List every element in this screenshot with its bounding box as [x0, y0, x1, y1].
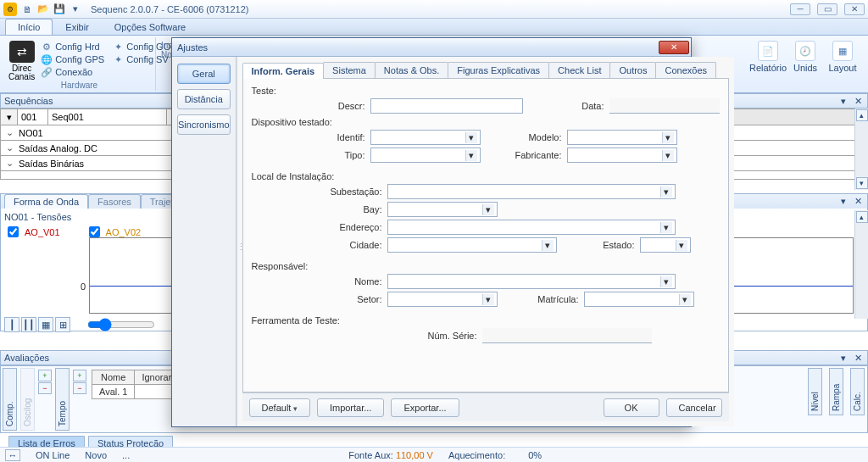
sequencias-scrollbar[interactable]: ▴ ▾	[854, 109, 868, 190]
estado-combo[interactable]: ▾	[640, 237, 691, 253]
col-nome[interactable]: Nome	[92, 370, 135, 385]
descr-input[interactable]	[370, 98, 523, 114]
tipo-combo[interactable]: ▾	[370, 148, 481, 163]
seq-num[interactable]: 001	[18, 109, 48, 125]
data-input[interactable]	[609, 98, 720, 114]
legend-ao-v01[interactable]: AO_V01	[4, 224, 60, 240]
maximize-button[interactable]: ▭	[817, 3, 837, 15]
vtab-rampa[interactable]: Rampa	[829, 368, 843, 415]
side-btn-distancia[interactable]: Distância	[177, 89, 231, 109]
ok-button[interactable]: OK	[604, 398, 659, 417]
unids-button[interactable]: 🕗Unids	[788, 39, 822, 89]
identif-combo[interactable]: ▾	[370, 130, 481, 145]
ajustes-dialog: Ajustes ✕ Geral Distância Sincronismo In…	[171, 37, 692, 427]
panel-close-icon[interactable]: ✕	[852, 352, 864, 364]
numserie-input[interactable]	[482, 328, 652, 343]
add-button[interactable]: +	[73, 370, 86, 381]
tab-forma-onda[interactable]: Forma de Onda	[4, 194, 88, 209]
dialog-titlebar[interactable]: Ajustes ✕	[172, 38, 691, 57]
minimize-button[interactable]: ─	[790, 3, 810, 15]
endereco-combo[interactable]: ▾	[387, 220, 676, 235]
cancelar-button[interactable]: Cancelar	[666, 398, 722, 417]
ribbon-tab-inicio[interactable]: Início	[5, 19, 53, 35]
chevron-down-icon: ▾	[662, 150, 674, 161]
globe-icon: 🌐	[42, 54, 52, 64]
relatorio-button[interactable]: 📄Relatório	[751, 39, 785, 89]
chevron-down-icon: ▾	[662, 132, 674, 143]
wf-btn-3[interactable]: ▦	[38, 317, 53, 332]
section-teste: Teste:	[252, 86, 720, 96]
scroll-up-icon[interactable]: ▴	[856, 211, 868, 223]
side-btn-sincronismo[interactable]: Sincronismo	[177, 114, 231, 135]
panel-dropdown-icon[interactable]: ▾	[837, 95, 849, 107]
vtab-calc[interactable]: Calc.	[850, 368, 865, 415]
wf-btn-2[interactable]: ┃┃	[21, 317, 36, 332]
app-icon: ⚙	[3, 3, 17, 16]
qat-open-icon[interactable]: 📂	[36, 3, 50, 16]
waveform-scrollbar[interactable]: ▴	[854, 210, 868, 319]
add-button[interactable]: +	[38, 370, 52, 381]
panel-close-icon[interactable]: ✕	[852, 95, 864, 107]
ribbon-tab-opcoes[interactable]: Opções Software	[102, 19, 198, 35]
legend-checkbox[interactable]	[8, 226, 19, 237]
layout-button[interactable]: ▦Layout	[826, 39, 860, 89]
panel-close-icon[interactable]: ✕	[852, 196, 864, 208]
panel-dropdown-icon[interactable]: ▾	[837, 196, 849, 208]
importar-button[interactable]: Importar...	[317, 398, 385, 417]
section-responsavel: Responsável:	[252, 261, 720, 271]
matricula-label: Matrícula:	[528, 294, 579, 304]
config-hrd-link[interactable]: ⚙Config Hrd	[40, 41, 106, 53]
zoom-slider[interactable]	[87, 319, 155, 331]
status-nav-button[interactable]: ↔	[5, 449, 20, 461]
qat-save-icon[interactable]: 💾	[53, 3, 66, 16]
ribbon-tab-exibir[interactable]: Exibir	[53, 19, 102, 35]
tab-conexoes[interactable]: Conexões	[655, 62, 716, 78]
close-button[interactable]: ✕	[844, 3, 865, 15]
cidade-combo[interactable]: ▾	[387, 237, 557, 253]
qat-new-icon[interactable]: 🗎	[20, 3, 34, 16]
tab-notas-obs[interactable]: Notas & Obs.	[375, 62, 448, 78]
config-gps-link[interactable]: 🌐Config GPS	[40, 53, 106, 65]
dialog-splitter[interactable]	[236, 57, 237, 426]
tab-outros[interactable]: Outros	[609, 62, 656, 78]
bay-combo[interactable]: ▾	[387, 202, 498, 217]
fonte-label: Fonte Aux:	[348, 450, 393, 460]
axis-zero-label: 0	[81, 281, 86, 292]
expand-button[interactable]: ▾	[1, 109, 18, 125]
scroll-down-icon[interactable]: ▾	[856, 177, 868, 189]
remove-button[interactable]: −	[73, 382, 86, 394]
ribbon-tabstrip: Início Exibir Opções Software	[0, 19, 868, 36]
remove-button[interactable]: −	[38, 382, 52, 394]
qat-dropdown-icon[interactable]: ▾	[69, 3, 82, 16]
dialog-close-button[interactable]: ✕	[659, 41, 689, 54]
chevron-down-icon: ⌄	[6, 127, 14, 138]
setor-combo[interactable]: ▾	[387, 292, 498, 307]
chevron-down-icon: ▾	[660, 276, 672, 287]
fabricante-combo[interactable]: ▾	[567, 148, 677, 163]
subestacao-combo[interactable]: ▾	[387, 184, 676, 199]
conexao-link[interactable]: 🔗Conexão	[40, 66, 106, 78]
seq-name[interactable]: Seq001	[48, 109, 167, 125]
default-button[interactable]: Default	[249, 398, 310, 417]
tab-inform-gerais[interactable]: Inform. Gerais	[242, 63, 325, 79]
exportar-button[interactable]: Exportar...	[391, 398, 459, 417]
vtab-comp[interactable]: Comp.	[3, 368, 17, 431]
tab-checklist[interactable]: Check List	[548, 62, 610, 78]
vtab-tempo[interactable]: Tempo	[55, 368, 70, 431]
nome-combo[interactable]: ▾	[387, 274, 676, 289]
side-btn-geral[interactable]: Geral	[177, 64, 231, 84]
scroll-up-icon[interactable]: ▴	[856, 109, 868, 121]
title-bar: ⚙ 🗎 📂 💾 ▾ Sequenc 2.0.0.7 - CE-6006 (073…	[0, 0, 868, 19]
tab-sistema[interactable]: Sistema	[323, 62, 376, 78]
wf-btn-4[interactable]: ⊞	[55, 317, 70, 332]
wf-btn-1[interactable]: ┃	[4, 317, 19, 332]
vtab-nivel[interactable]: Nível	[808, 368, 822, 415]
matricula-combo[interactable]: ▾	[584, 292, 694, 307]
legend-checkbox[interactable]	[89, 226, 100, 237]
tab-fasores[interactable]: Fasores	[88, 194, 141, 209]
panel-dropdown-icon[interactable]: ▾	[837, 352, 849, 364]
direc-canais-button[interactable]: ⇄ Direc Canais	[8, 39, 35, 81]
modelo-combo[interactable]: ▾	[567, 130, 677, 145]
vtab-oscilog[interactable]: Oscilog	[20, 368, 35, 431]
tab-figuras[interactable]: Figuras Explicativas	[448, 62, 549, 78]
